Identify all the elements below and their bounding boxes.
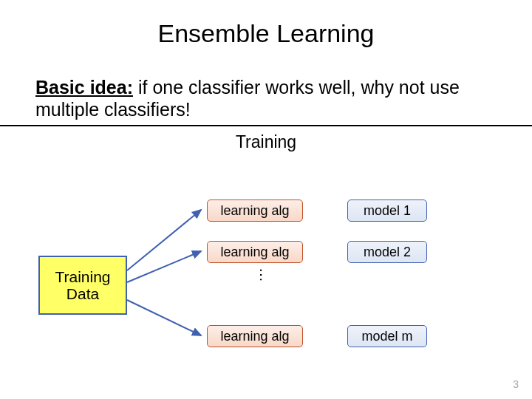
diagram: Training Data learning alg learning alg … <box>0 179 532 371</box>
svg-line-2 <box>127 300 201 335</box>
divider <box>0 125 532 126</box>
basic-idea-label: Basic idea: <box>35 77 133 98</box>
vertical-ellipsis: … <box>256 267 273 284</box>
learning-alg-box-1: learning alg <box>207 200 303 222</box>
svg-line-0 <box>127 210 201 270</box>
training-data-box: Training Data <box>38 256 127 315</box>
model-box-m: model m <box>347 325 427 347</box>
basic-idea-text: Basic idea: if one classifier works well… <box>35 76 497 120</box>
learning-alg-box-m: learning alg <box>207 325 303 347</box>
model-box-1: model 1 <box>347 200 427 222</box>
page-number: 3 <box>513 378 519 390</box>
svg-line-1 <box>127 251 201 282</box>
model-box-2: model 2 <box>347 241 427 263</box>
section-heading: Training <box>0 132 532 152</box>
slide-title: Ensemble Learning <box>0 19 532 48</box>
learning-alg-box-2: learning alg <box>207 241 303 263</box>
